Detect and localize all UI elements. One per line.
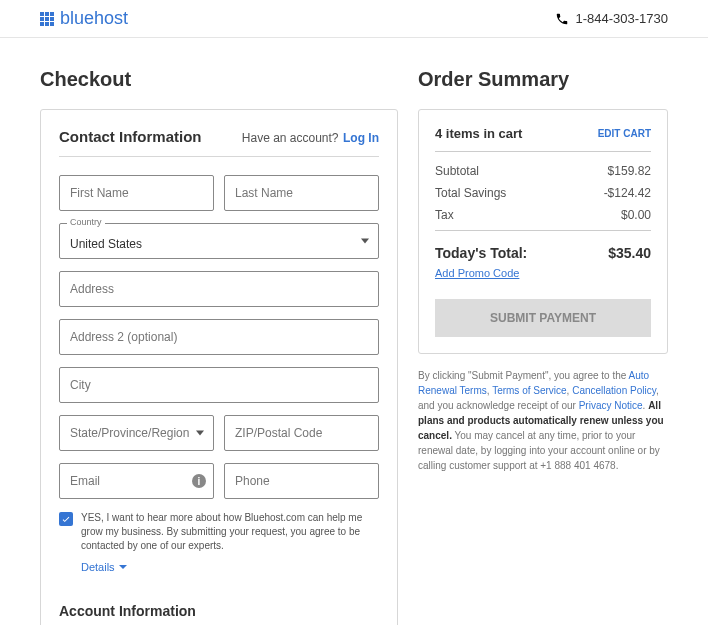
contact-info-heading: Contact Information (59, 128, 202, 145)
address-input[interactable] (59, 271, 379, 307)
phone-display[interactable]: 1-844-303-1730 (555, 11, 668, 26)
email-input[interactable] (59, 463, 214, 499)
tax-value: $0.00 (621, 208, 651, 222)
consent-checkbox[interactable] (59, 512, 73, 526)
account-info-heading: Account Information (59, 603, 379, 625)
country-select[interactable]: United States (59, 223, 379, 259)
savings-value: -$124.42 (604, 186, 651, 200)
brand-logo[interactable]: bluehost (40, 8, 128, 29)
items-count: 4 items in cart (435, 126, 522, 141)
country-label: Country (67, 217, 105, 227)
tos-link[interactable]: Terms of Service (492, 385, 566, 396)
consent-text: YES, I want to hear more about how Blueh… (81, 511, 379, 553)
state-select[interactable]: State/Province/Region (59, 415, 214, 451)
subtotal-label: Subtotal (435, 164, 479, 178)
submit-payment-button[interactable]: SUBMIT PAYMENT (435, 299, 651, 337)
header: bluehost 1-844-303-1730 (0, 0, 708, 38)
have-account-text: Have an account? (242, 131, 339, 145)
checkout-card: Contact Information Have an account? Log… (40, 109, 398, 625)
first-name-input[interactable] (59, 175, 214, 211)
cancellation-link[interactable]: Cancellation Policy (572, 385, 656, 396)
page-title: Checkout (40, 68, 398, 91)
summary-card: 4 items in cart EDIT CART Subtotal$159.8… (418, 109, 668, 354)
brand-name: bluehost (60, 8, 128, 29)
promo-link[interactable]: Add Promo Code (435, 267, 519, 279)
zip-input[interactable] (224, 415, 379, 451)
phone-number: 1-844-303-1730 (575, 11, 668, 26)
legal-text: By clicking "Submit Payment", you agree … (418, 368, 668, 473)
savings-label: Total Savings (435, 186, 506, 200)
summary-title: Order Summary (418, 68, 668, 91)
check-icon (61, 514, 71, 524)
chevron-down-icon (119, 565, 127, 569)
phone-icon (555, 12, 569, 26)
tax-label: Tax (435, 208, 454, 222)
details-toggle[interactable]: Details (81, 561, 127, 573)
address2-input[interactable] (59, 319, 379, 355)
logo-grid-icon (40, 12, 54, 26)
subtotal-value: $159.82 (608, 164, 651, 178)
last-name-input[interactable] (224, 175, 379, 211)
info-icon[interactable]: i (192, 474, 206, 488)
edit-cart-link[interactable]: EDIT CART (598, 128, 651, 139)
total-label: Today's Total: (435, 245, 527, 261)
login-link[interactable]: Log In (343, 131, 379, 145)
phone-input[interactable] (224, 463, 379, 499)
city-input[interactable] (59, 367, 379, 403)
privacy-link[interactable]: Privacy Notice (579, 400, 643, 411)
total-value: $35.40 (608, 245, 651, 261)
